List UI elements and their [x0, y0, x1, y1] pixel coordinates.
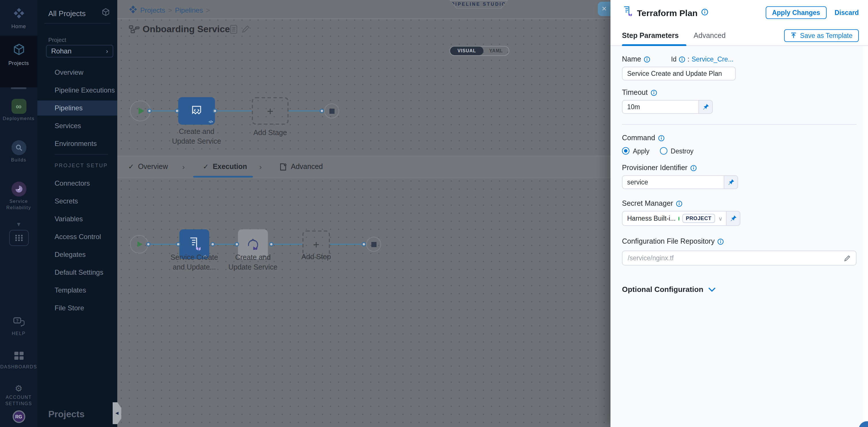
breadcrumb-projects[interactable]: Projects [140, 6, 165, 14]
provisioner-identifier-input[interactable] [622, 175, 724, 189]
optional-configuration-toggle[interactable]: Optional Configuration [622, 285, 857, 294]
discard-button[interactable]: Discard [835, 9, 859, 16]
sidebar-item-pipelines[interactable]: Pipelines [37, 101, 117, 116]
timeout-input[interactable] [622, 100, 699, 114]
pipeline-title-row: Onboarding Service VISUAL YAML [117, 20, 611, 40]
provisioner-pin-button[interactable] [724, 175, 738, 189]
nav-projects[interactable]: Projects [0, 42, 37, 67]
plus-icon: + [267, 105, 273, 117]
sidebar-divider [44, 23, 111, 24]
project-name: Rohan [51, 47, 71, 55]
connector-line [274, 244, 302, 245]
nav-dashboards[interactable]: DASHBOARDS [0, 352, 37, 370]
execution-start-node [130, 235, 148, 254]
help-chat-icon: ? [13, 317, 25, 329]
home-icon [12, 7, 25, 22]
radio-destroy[interactable]: Destroy [660, 147, 693, 155]
chevron-right-icon: › [259, 163, 262, 171]
sidebar-item-access-control[interactable]: Access Control [37, 229, 117, 244]
connector-line [151, 244, 179, 245]
radio-apply[interactable]: Apply [622, 147, 650, 155]
stop-icon [371, 242, 376, 247]
sidebar-item-default-settings[interactable]: Default Settings [37, 265, 117, 280]
advanced-gear-doc-icon [279, 163, 287, 170]
port [235, 242, 239, 247]
pin-icon [702, 103, 709, 110]
sidebar-item-services[interactable]: Services [37, 119, 117, 133]
add-stage-label: Add Stage [240, 128, 300, 138]
sidebar-item-secrets[interactable]: Secrets [37, 194, 117, 208]
nav-builds[interactable]: Builds [0, 140, 37, 163]
save-as-template-button[interactable]: Save as Template [784, 29, 859, 42]
sidebar-item-environments[interactable]: Environments [37, 136, 117, 151]
connector-line [217, 110, 252, 111]
toggle-yaml[interactable]: YAML [484, 46, 509, 55]
nav-help[interactable]: ? HELP [0, 317, 37, 337]
panel-title: Terraform Plan [637, 8, 698, 18]
port [176, 242, 181, 247]
connector-line [152, 110, 178, 111]
user-avatar[interactable]: RG [0, 410, 37, 423]
info-icon [690, 165, 697, 171]
flowchart-icon [129, 25, 140, 37]
edit-pencil-icon[interactable] [242, 25, 250, 36]
nav-deployments[interactable]: ∞ Deployments [0, 99, 37, 122]
tab-advanced[interactable]: Advanced [693, 31, 725, 39]
tab-execution[interactable]: ✓ Execution [203, 163, 247, 171]
builds-icon [11, 140, 26, 155]
nav-modules-chevron[interactable]: ▾ [0, 220, 37, 228]
sidebar-item-overview[interactable]: Overview [37, 65, 117, 80]
nav-home[interactable]: Home [0, 7, 37, 30]
nav-service-reliability[interactable]: Service Reliability [0, 182, 37, 211]
tab-overview[interactable]: ✓ Overview [128, 163, 168, 171]
sidebar-item-variables[interactable]: Variables [37, 211, 117, 226]
nav-account-settings[interactable]: ⚙ ACCOUNT SETTINGS [0, 384, 37, 407]
secret-manager-pin-button[interactable] [726, 211, 740, 226]
secret-manager-select[interactable]: Harness Built-i... PROJECT ∨ [622, 211, 726, 226]
pipeline-title: Onboarding Service [143, 24, 230, 34]
stage-label: Create and Update Service [155, 127, 238, 146]
tab-advanced[interactable]: Advanced [279, 163, 323, 171]
stage-graph-end-node [324, 103, 339, 119]
custom-stage-icon [190, 105, 203, 117]
apply-changes-button[interactable]: Apply Changes [766, 6, 826, 19]
all-projects-link[interactable]: All Projects [48, 9, 86, 18]
nav-account-settings-label-2: SETTINGS [5, 400, 32, 407]
add-stage-button[interactable]: + [252, 97, 288, 125]
tab-step-parameters[interactable]: Step Parameters [622, 31, 679, 39]
timeout-pin-button[interactable] [699, 100, 713, 114]
step-id-link[interactable]: Service_Cre... [691, 56, 734, 63]
breadcrumb-pipelines[interactable]: Pipelines [175, 6, 203, 14]
dashboards-icon [14, 352, 23, 362]
config-file-repository-field[interactable]: /service/nginx.tf [622, 251, 857, 265]
port [175, 109, 179, 113]
project-sidebar: All Projects Project Rohan › Overview Pi… [37, 0, 117, 427]
panel-header: Terraform Plan Apply Changes Discard [611, 0, 868, 25]
cube-icon [101, 7, 111, 19]
toggle-visual[interactable]: VISUAL [450, 46, 484, 55]
panel-scrollbar-track[interactable] [863, 46, 868, 427]
active-tab-underline [193, 176, 253, 177]
radio-unselected-icon [660, 147, 668, 155]
project-selector[interactable]: Rohan › [46, 45, 113, 58]
sidebar-item-templates[interactable]: Templates [37, 283, 117, 298]
notes-icon[interactable] [230, 25, 238, 36]
stage-node-create-and-update-service[interactable]: </> [178, 97, 215, 125]
check-icon: ✓ [203, 163, 209, 171]
close-panel-button[interactable]: ✕ [598, 2, 611, 16]
sidebar-item-connectors[interactable]: Connectors [37, 176, 117, 191]
config-file-repository-label: Configuration File Repository [622, 237, 857, 245]
deployments-icon: ∞ [11, 99, 26, 114]
code-icon: </> [209, 120, 213, 124]
sidebar-item-pipeline-executions[interactable]: Pipeline Executions [37, 83, 117, 98]
name-input[interactable] [622, 67, 736, 80]
visual-yaml-toggle[interactable]: VISUAL YAML [450, 46, 509, 56]
nav-builds-label: Builds [11, 157, 26, 163]
breadcrumb-row: Projects > Pipelines > PIPELINE STUDIO [117, 0, 611, 19]
add-step-label: Add Step [287, 252, 345, 262]
form-divider [622, 124, 857, 125]
info-icon [650, 89, 657, 96]
nav-apps-grid[interactable] [0, 230, 37, 246]
sidebar-item-delegates[interactable]: Delegates [37, 247, 117, 262]
sidebar-item-file-store[interactable]: File Store [37, 301, 117, 316]
